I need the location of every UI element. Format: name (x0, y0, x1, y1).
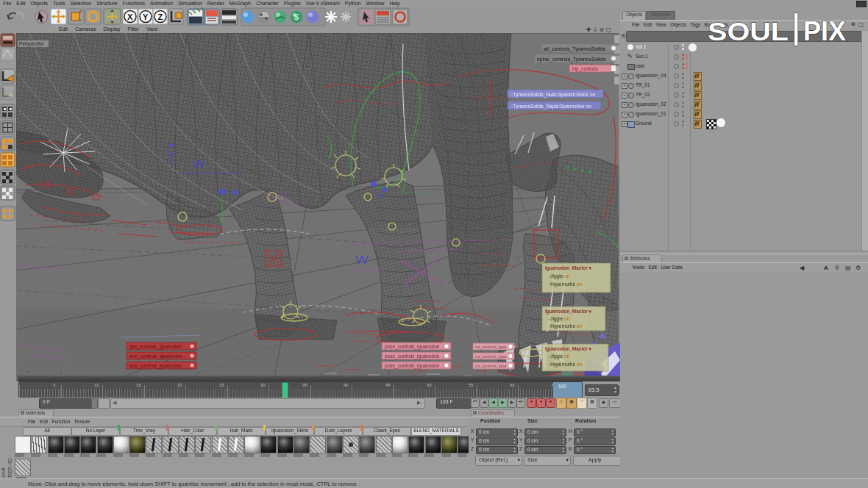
svg-text:rot_controls_igua: rot_controls_igua (475, 345, 507, 349)
svg-text:◦Hypernurbs on: ◦Hypernurbs on (549, 323, 582, 329)
svg-text:add_controls_iguanodon: add_controls_iguanodon (129, 363, 182, 369)
svg-text:spine_controls_TyrannoSolids: spine_controls_TyrannoSolids (537, 57, 606, 62)
svg-text:Z: Z (158, 12, 163, 21)
svg-text:all_controls_TyrannoSolids: all_controls_TyrannoSolids (544, 46, 605, 52)
svg-text:pose_controls_iguanodon: pose_controls_iguanodon (385, 344, 440, 350)
svg-text:◦Jiggle on: ◦Jiggle on (549, 316, 570, 322)
svg-text:rot_controls_igua: rot_controls_igua (475, 354, 507, 359)
svg-text:◦Jiggle on: ◦Jiggle on (549, 354, 570, 359)
svg-text:S: S (294, 13, 299, 21)
svg-text:pose_controls_iguanodon: pose_controls_iguanodon (385, 354, 440, 359)
svg-text:pose_controls_iguanodon: pose_controls_iguanodon (385, 363, 440, 369)
svg-text:◦Hypernurbs on: ◦Hypernurbs on (549, 362, 582, 367)
svg-text:X: X (127, 12, 133, 21)
svg-text:abs_controls_iguanodon: abs_controls_iguanodon (129, 344, 182, 350)
svg-text:arm_controls_iguanodon: arm_controls_iguanodon (129, 354, 182, 359)
svg-text:PIX: PIX (803, 16, 846, 46)
svg-text:Y: Y (143, 12, 149, 21)
svg-text:◦Jiggle on: ◦Jiggle on (549, 273, 570, 279)
svg-text:◦Hypernurbs on: ◦Hypernurbs on (549, 281, 582, 287)
svg-text:Iguanodon_Master ▾: Iguanodon_Master ▾ (545, 309, 592, 315)
svg-text:::TyrannoSolids_Rapid:SpannoMo: ::TyrannoSolids_Rapid:SpannoMor on (511, 104, 591, 110)
svg-text:::TyrannoSolids_Nulls:Spanish:: ::TyrannoSolids_Nulls:Spanish:MoGr on (511, 92, 596, 98)
svg-text:Iguanodon_Master ▾: Iguanodon_Master ▾ (545, 346, 592, 352)
svg-text:rot_controls_igua: rot_controls_igua (475, 364, 507, 368)
svg-text:hip_controls: hip_controls (572, 66, 599, 72)
svg-text:Iguanodon_Master ▾: Iguanodon_Master ▾ (545, 265, 592, 271)
svg-text:SOUL: SOUL (708, 17, 789, 46)
svg-text:Perspective: Perspective (19, 41, 44, 47)
